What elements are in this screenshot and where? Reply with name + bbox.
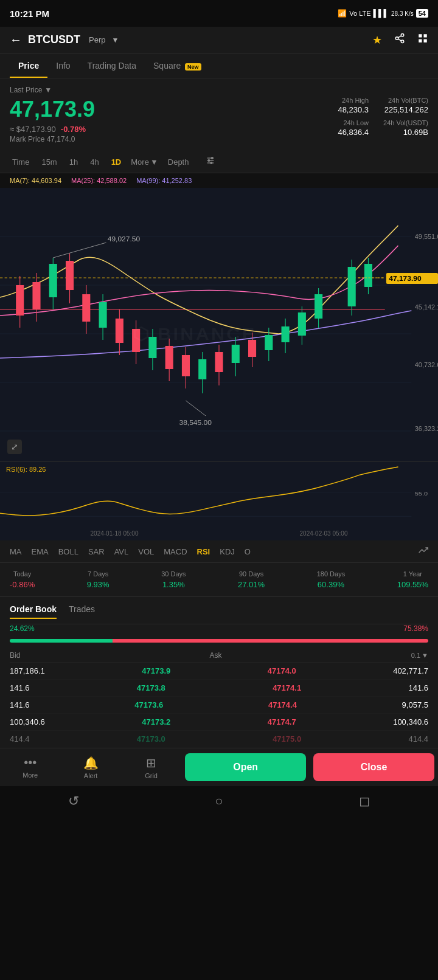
ob-row-3: 141.6 47173.6 47174.4 9,057.5 xyxy=(10,697,428,714)
svg-rect-42 xyxy=(165,346,173,369)
price-usd-row: ≈ $47,173.90 -0.78% xyxy=(10,125,95,134)
perf-7d: 7 Days 9.93% xyxy=(87,570,109,589)
ind-tab-ma[interactable]: MA xyxy=(10,547,22,556)
header: ← BTCUSDT Perp ▼ ★ xyxy=(0,27,438,53)
ticker-type: Perp xyxy=(89,35,105,44)
svg-text:38,545.00: 38,545.00 xyxy=(179,419,212,426)
close-button[interactable]: Close xyxy=(313,753,434,781)
timeframe-time[interactable]: Time xyxy=(10,156,32,168)
network-bars: ▌▌▌ xyxy=(374,9,389,18)
ticker-title: BTCUSDT xyxy=(28,33,80,46)
timeframe-1d[interactable]: 1D xyxy=(109,156,124,168)
ind-tab-o[interactable]: O xyxy=(245,547,251,556)
ind-tab-vol[interactable]: VOL xyxy=(138,547,154,556)
battery-icon: 54 xyxy=(416,9,428,18)
ind-tab-boll[interactable]: BOLL xyxy=(58,547,78,556)
timeframe-15m[interactable]: 15m xyxy=(39,156,59,168)
chart-controls: Time 15m 1h 4h 1D More ▼ Depth xyxy=(0,151,438,173)
signal-icon: Vo LTE xyxy=(349,10,370,17)
tab-trades[interactable]: Trades xyxy=(69,604,95,619)
svg-text:⬡ BINANCE: ⬡ BINANCE xyxy=(133,324,256,343)
tab-square[interactable]: Square New xyxy=(145,53,210,78)
share-icon[interactable] xyxy=(394,33,405,47)
svg-rect-6 xyxy=(424,34,427,37)
nav-more[interactable]: ••• More xyxy=(0,756,60,779)
tab-info[interactable]: Info xyxy=(47,53,78,78)
ind-tab-avl[interactable]: AVL xyxy=(114,547,129,556)
perf-1y-value: 109.55% xyxy=(397,580,428,589)
open-button[interactable]: Open xyxy=(185,753,306,781)
ind-tab-sar[interactable]: SAR xyxy=(88,547,105,556)
nav-grid[interactable]: ⊞ Grid xyxy=(121,756,181,779)
bid-price-1: 47173.9 xyxy=(142,666,170,675)
status-icons: 📶 Vo LTE ▌▌▌ 28.3 K/s 54 xyxy=(338,9,428,18)
ask-header: Ask xyxy=(210,651,222,660)
tab-order-book[interactable]: Order Book xyxy=(10,604,57,619)
data-speed: 28.3 K/s xyxy=(391,10,414,17)
mark-price-value: 47,174.0 xyxy=(47,135,75,143)
svg-rect-64 xyxy=(364,264,372,287)
expand-chart-icon[interactable]: ⤢ xyxy=(7,440,22,454)
main-tabs: Price Info Trading Data Square New xyxy=(0,53,438,78)
svg-rect-77 xyxy=(0,462,438,540)
price-main-row: 47,173.9 ≈ $47,173.90 -0.78% Mark Price … xyxy=(10,97,428,143)
order-book-header: Bid Ask 0.1 ▼ xyxy=(10,649,428,663)
chart-area[interactable]: 49,027.50 38,545.00 49,551.63 45,142.16 … xyxy=(0,188,438,461)
alert-nav-icon: 🔔 xyxy=(83,756,99,770)
ma25-indicator: MA(25): 42,588.02 xyxy=(71,177,127,184)
timeframe-1h[interactable]: 1h xyxy=(67,156,80,168)
svg-rect-8 xyxy=(424,40,427,43)
ind-tab-kdj[interactable]: KDJ xyxy=(220,547,235,556)
svg-point-12 xyxy=(212,157,214,159)
price-section: Last Price ▼ 47,173.9 ≈ $47,173.90 -0.78… xyxy=(0,78,438,151)
perf-180d-value: 60.39% xyxy=(317,580,345,589)
grid-nav-label: Grid xyxy=(145,772,158,779)
bid-price-2: 47173.8 xyxy=(137,683,165,692)
svg-rect-56 xyxy=(282,326,290,342)
recents-gesture-button[interactable]: ◻ xyxy=(359,793,370,809)
chart-settings-icon[interactable] xyxy=(206,156,215,168)
ind-tab-macd[interactable]: MACD xyxy=(164,547,187,556)
ma-indicators-row: MA(7): 44,603.94 MA(25): 42,588.02 MA(99… xyxy=(0,173,438,188)
svg-rect-30 xyxy=(66,261,74,290)
price-label-arrow: ▼ xyxy=(44,86,52,94)
svg-rect-48 xyxy=(215,352,223,372)
perf-7d-value: 9.93% xyxy=(87,580,109,589)
ticker-dropdown-arrow[interactable]: ▼ xyxy=(111,36,119,44)
indicator-settings-icon[interactable] xyxy=(419,545,428,557)
more-nav-label: More xyxy=(23,771,38,779)
ask-bar xyxy=(113,639,428,643)
back-gesture-button[interactable]: ↺ xyxy=(68,793,79,809)
ma99-indicator: MA(99): 41,252.83 xyxy=(136,177,192,184)
timeframe-depth[interactable]: Depth xyxy=(165,156,192,168)
timeframe-more[interactable]: More ▼ xyxy=(131,157,158,167)
ind-tab-rsi[interactable]: RSI xyxy=(197,547,210,556)
ask-qty-2: 141.6 xyxy=(408,683,428,692)
ob-row-4: 100,340.6 47173.2 47174.7 100,340.6 xyxy=(10,714,428,731)
nav-alert[interactable]: 🔔 Alert xyxy=(60,756,120,779)
svg-rect-28 xyxy=(49,264,57,297)
ask-price-1: 47174.0 xyxy=(268,666,296,675)
vol-stat: 24h Vol(BTC) 225,514.262 24h Vol(USDT) 1… xyxy=(383,97,428,137)
bid-qty-3: 141.6 xyxy=(10,700,30,709)
svg-point-0 xyxy=(401,34,404,37)
tab-trading-data[interactable]: Trading Data xyxy=(79,53,145,78)
layout-icon[interactable] xyxy=(417,33,428,47)
ask-qty-4: 100,340.6 xyxy=(393,717,428,726)
tab-price[interactable]: Price xyxy=(10,53,47,78)
last-price-label: Last Price ▼ xyxy=(10,86,428,94)
header-left: ← BTCUSDT Perp ▼ xyxy=(10,33,119,47)
ind-tab-ema[interactable]: EMA xyxy=(32,547,49,556)
bottom-navigation: ••• More 🔔 Alert ⊞ Grid Open Close xyxy=(0,748,438,786)
main-price: 47,173.9 xyxy=(10,97,95,122)
order-book-section: Order Book Trades 24.62% 75.38% Bid Ask … xyxy=(0,597,438,748)
timeframe-4h[interactable]: 4h xyxy=(88,156,101,168)
svg-rect-34 xyxy=(99,302,107,328)
home-gesture-button[interactable]: ○ xyxy=(215,793,223,809)
svg-rect-36 xyxy=(116,319,123,343)
back-button[interactable]: ← xyxy=(10,33,22,47)
svg-rect-7 xyxy=(419,40,422,43)
favorite-icon[interactable]: ★ xyxy=(372,33,382,47)
perf-90d-value: 27.01% xyxy=(238,580,265,589)
bid-header: Bid xyxy=(10,651,20,660)
